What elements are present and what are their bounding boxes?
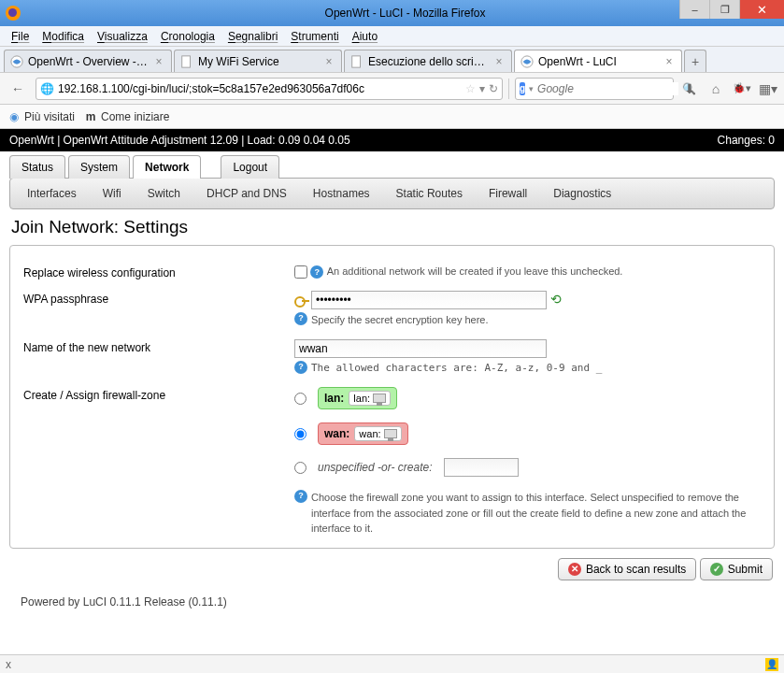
back-to-scan-button[interactable]: ✕ Back to scan results	[558, 558, 696, 580]
browser-tabs: OpenWrt - Overview - LuCI × My WiFi Serv…	[0, 47, 784, 73]
openwrt-status-bar: OpenWrt | OpenWrt Attitude Adjustment 12…	[0, 129, 784, 151]
maximize-button[interactable]: ❐	[709, 0, 739, 19]
zone-unspecified-label: unspecified -or- create:	[318, 461, 433, 474]
back-button[interactable]: ←	[6, 77, 30, 101]
menu-bar: File Modifica Visualizza Cronologia Segn…	[0, 26, 784, 47]
menu-modifica[interactable]: Modifica	[36, 28, 90, 45]
search-box[interactable]: g ▾ 🔍	[515, 78, 674, 100]
main-tabs: Status System Network Logout	[9, 151, 775, 179]
browser-status-bar: x 👤	[0, 654, 784, 673]
cancel-icon: ✕	[568, 563, 581, 576]
tab-groups-icon[interactable]: ▦▾	[758, 81, 778, 96]
home-icon[interactable]: ⌂	[706, 81, 726, 96]
globe-icon: 🌐	[40, 82, 54, 95]
menu-cronologia[interactable]: Cronologia	[155, 28, 221, 45]
bookmark-label: Più visitati	[24, 110, 75, 123]
zone-box-lan[interactable]: lan: lan:	[318, 387, 397, 409]
zone-create-input[interactable]	[444, 458, 519, 477]
interface-icon	[373, 394, 386, 403]
iface-label: lan:	[353, 393, 370, 404]
menu-segnalibri[interactable]: Segnalibri	[222, 28, 283, 45]
help-icon: ?	[294, 361, 307, 374]
page-icon	[350, 55, 363, 68]
zone-help: Choose the firewall zone you want to ass…	[311, 490, 761, 537]
subtab-diagnostics[interactable]: Diagnostics	[540, 184, 624, 203]
replace-checkbox[interactable]	[294, 265, 307, 279]
menu-file[interactable]: File	[6, 28, 35, 45]
subtab-interfaces[interactable]: Interfaces	[14, 184, 90, 203]
tab-system[interactable]: System	[68, 155, 130, 179]
nav-toolbar: ← 🌐 ☆ ▾ ↻ g ▾ 🔍 ⬇ ⌂ 🐞▾ ▦▾	[0, 73, 784, 105]
menu-strumenti[interactable]: Strumenti	[285, 28, 344, 45]
submit-button[interactable]: ✓ Submit	[700, 558, 773, 580]
tab-label: OpenWrt - Overview - LuCI	[28, 55, 148, 68]
toggle-visibility-icon[interactable]: ⟲	[550, 292, 562, 307]
tab-close-icon[interactable]: ×	[492, 55, 506, 68]
subtab-static-routes[interactable]: Static Routes	[383, 184, 476, 203]
reload-icon[interactable]: ↻	[489, 82, 498, 95]
zone-radio-wan[interactable]	[294, 428, 306, 440]
help-icon: ?	[294, 490, 307, 503]
subtab-switch[interactable]: Switch	[135, 184, 193, 203]
interface-icon	[384, 429, 397, 438]
zone-name-lan: lan:	[324, 392, 344, 405]
button-row: ✕ Back to scan results ✓ Submit	[9, 549, 775, 590]
zone-radio-lan[interactable]	[294, 393, 306, 405]
dropdown-icon[interactable]: ▾	[529, 84, 534, 93]
owrt-changes[interactable]: Changes: 0	[718, 134, 775, 147]
zone-name-wan: wan:	[324, 427, 349, 440]
bookmark-star-icon[interactable]: ☆	[465, 82, 476, 95]
owrt-status-left: OpenWrt | OpenWrt Attitude Adjustment 12…	[9, 134, 718, 147]
window-titlebar: OpenWrt - LuCI - Mozilla Firefox – ❐ ✕	[0, 0, 784, 26]
subtab-hostnames[interactable]: Hostnames	[300, 184, 383, 203]
bookmark-most-visited[interactable]: ◉ Più visitati	[7, 110, 75, 123]
tab-overview[interactable]: OpenWrt - Overview - LuCI ×	[4, 50, 172, 72]
dropdown-icon[interactable]: ▾	[479, 82, 485, 95]
tab-wifi-service[interactable]: My WiFi Service ×	[174, 50, 342, 72]
bug-icon[interactable]: 🐞▾	[732, 82, 752, 94]
bookmark-bar: ◉ Più visitati m Come iniziare	[0, 105, 784, 129]
tab-close-icon[interactable]: ×	[322, 55, 335, 68]
tab-status[interactable]: Status	[9, 155, 65, 179]
user-icon[interactable]: 👤	[765, 658, 778, 671]
tab-logout[interactable]: Logout	[221, 155, 279, 179]
passphrase-help: Specify the secret encryption key here.	[311, 312, 489, 328]
tab-network[interactable]: Network	[133, 155, 201, 179]
google-icon: g	[520, 82, 525, 95]
bookmark-getting-started[interactable]: m Come iniziare	[84, 110, 169, 123]
menu-visualizza[interactable]: Visualizza	[92, 28, 153, 45]
window-title: OpenWrt - LuCI - Mozilla Firefox	[26, 7, 784, 20]
passphrase-input[interactable]	[311, 291, 547, 309]
page-icon	[180, 55, 193, 68]
url-bar[interactable]: 🌐 ☆ ▾ ↻	[36, 78, 503, 100]
new-tab-button[interactable]: +	[684, 50, 706, 72]
statusbar-x[interactable]: x	[6, 658, 11, 671]
subtab-dhcp[interactable]: DHCP and DNS	[193, 184, 300, 203]
bookmark-label: Come iniziare	[101, 110, 169, 123]
tab-label: OpenWrt - LuCI	[538, 55, 658, 68]
tab-openwrt-luci[interactable]: OpenWrt - LuCI ×	[514, 50, 682, 72]
openwrt-icon	[10, 55, 23, 68]
replace-label: Replace wireless configuration	[23, 265, 294, 279]
close-button[interactable]: ✕	[739, 0, 784, 19]
help-icon: ?	[310, 265, 323, 279]
netname-input[interactable]	[294, 339, 547, 358]
minimize-button[interactable]: –	[679, 0, 709, 19]
download-icon[interactable]: ⬇	[679, 81, 700, 96]
subtab-wifi[interactable]: Wifi	[90, 184, 135, 203]
key-icon	[294, 294, 309, 308]
check-icon: ✓	[710, 563, 723, 576]
subtab-firewall[interactable]: Firewall	[476, 184, 540, 203]
sub-menu: Interfaces Wifi Switch DHCP and DNS Host…	[9, 178, 775, 209]
back-button-label: Back to scan results	[586, 563, 686, 576]
zone-radio-unspecified[interactable]	[294, 462, 306, 474]
openwrt-icon	[520, 55, 534, 68]
tab-close-icon[interactable]: ×	[663, 55, 676, 68]
menu-aiuto[interactable]: Aiuto	[347, 28, 383, 45]
tab-close-icon[interactable]: ×	[152, 55, 165, 68]
url-input[interactable]	[58, 82, 462, 95]
zone-box-wan[interactable]: wan: wan:	[318, 422, 408, 445]
search-input[interactable]	[537, 82, 678, 95]
submit-button-label: Submit	[728, 563, 763, 576]
tab-script[interactable]: Esecuzione dello script di c... ×	[344, 50, 512, 72]
